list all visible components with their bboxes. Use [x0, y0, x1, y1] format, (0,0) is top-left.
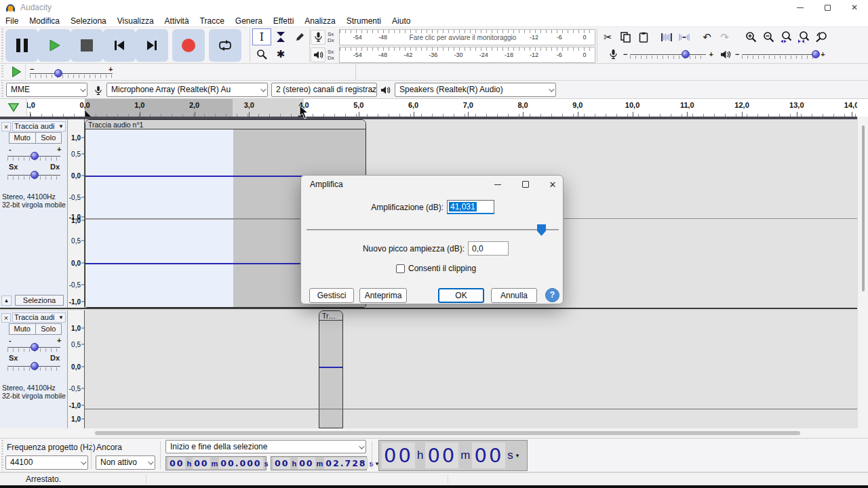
- time-digits[interactable]: 00: [193, 458, 210, 469]
- track-1-vertical-ruler[interactable]: 1,00,50,0-0,5-1,01,00,50,0-0,5-1,0: [68, 119, 85, 308]
- menu-analizza[interactable]: Analizza: [299, 16, 340, 26]
- draw-tool-button[interactable]: [290, 28, 309, 45]
- selection-start-time[interactable]: 00h00m00.000s▾: [165, 456, 267, 470]
- amplification-slider-thumb[interactable]: [537, 224, 546, 236]
- menu-attività[interactable]: Attività: [159, 16, 195, 26]
- silence-selection-button[interactable]: [675, 29, 692, 45]
- recording-volume-slider[interactable]: [630, 49, 706, 60]
- time-digits[interactable]: 00: [425, 443, 458, 468]
- dialog-close-button[interactable]: ✕: [542, 178, 563, 191]
- time-digits[interactable]: 00: [298, 458, 315, 469]
- trim-outside-selection-button[interactable]: [658, 29, 675, 45]
- envelope-tool-button[interactable]: [271, 28, 290, 45]
- selection-end-time[interactable]: 00h00m02.728s▾: [271, 456, 367, 470]
- track-2-waveform-area[interactable]: Tr…: [85, 310, 857, 428]
- play-button[interactable]: [38, 29, 71, 62]
- mute-button[interactable]: Muto: [9, 323, 36, 335]
- menu-strumenti[interactable]: Strumenti: [341, 16, 387, 26]
- amplification-input[interactable]: 41,031: [447, 200, 494, 214]
- collapse-track-button[interactable]: ▲: [1, 296, 12, 306]
- snap-select[interactable]: Non attivo: [96, 455, 155, 470]
- gain-thumb[interactable]: [31, 152, 39, 160]
- audio-position-display[interactable]: 00h00m00s▾: [378, 440, 528, 471]
- time-digits[interactable]: 00: [382, 443, 415, 468]
- allow-clipping-checkbox[interactable]: [396, 264, 405, 273]
- track-close-button[interactable]: ×: [1, 122, 11, 131]
- time-digits[interactable]: 00: [273, 458, 290, 469]
- time-format-arrow-icon[interactable]: ▾: [516, 452, 519, 459]
- zoom-tool-button[interactable]: [252, 45, 271, 62]
- multi-tool-button[interactable]: ✱: [271, 45, 290, 62]
- preview-button[interactable]: Anteprima: [359, 288, 407, 303]
- pan-thumb[interactable]: [31, 362, 39, 370]
- select-track-button[interactable]: Seleziona: [15, 295, 64, 306]
- gain-thumb[interactable]: [31, 343, 39, 351]
- recording-channels-select[interactable]: 2 (stereo) canali di registrazi: [271, 83, 377, 97]
- track-name-menu[interactable]: Traccia audi▼: [12, 312, 66, 323]
- menu-tracce[interactable]: Tracce: [195, 16, 230, 26]
- solo-button[interactable]: Solo: [36, 323, 62, 335]
- paste-button[interactable]: [635, 29, 652, 45]
- play-speed-slider[interactable]: [30, 68, 113, 79]
- play-meter-scale[interactable]: -54-48-42-36-30-24-18-12-60: [339, 47, 595, 63]
- help-button[interactable]: ?: [545, 288, 559, 302]
- horizontal-scrollbar[interactable]: [0, 428, 868, 438]
- vertical-scrollbar-thumb[interactable]: [862, 125, 865, 291]
- menu-modifica[interactable]: Modifica: [24, 16, 65, 26]
- dialog-title-bar[interactable]: Amplifica ✕: [301, 176, 563, 193]
- amplification-slider[interactable]: [307, 223, 559, 237]
- play-speed-thumb[interactable]: [54, 69, 62, 77]
- monitor-hint[interactable]: Fare clic per avviare il monitoraggio: [408, 34, 519, 41]
- time-digits[interactable]: 00: [168, 458, 185, 469]
- time-digits[interactable]: 00.000: [219, 458, 262, 469]
- cut-button[interactable]: ✂: [599, 29, 616, 45]
- menu-file[interactable]: File: [0, 16, 24, 26]
- time-digits[interactable]: 00: [472, 443, 505, 468]
- horizontal-scrollbar-thumb[interactable]: [95, 431, 800, 435]
- toolbar-grip[interactable]: [0, 82, 5, 97]
- zoom-out-button[interactable]: [760, 29, 777, 45]
- selection-tool-button[interactable]: I: [252, 28, 271, 45]
- cancel-button[interactable]: Annulla: [491, 288, 537, 303]
- ok-button[interactable]: OK: [438, 288, 484, 303]
- skip-to-start-button[interactable]: [103, 29, 136, 62]
- redo-button[interactable]: ↷: [716, 29, 733, 45]
- play-meter-speaker-button[interactable]: [311, 47, 326, 62]
- playback-device-select[interactable]: Speakers (Realtek(R) Audio): [395, 83, 556, 97]
- loop-button[interactable]: [209, 29, 241, 62]
- track-name-menu[interactable]: Traccia audi▼: [12, 121, 66, 131]
- dialog-minimize-button[interactable]: [488, 178, 508, 191]
- ruler-scale[interactable]: 1,00,01,02,03,04,05,06,07,08,09,010,011,…: [27, 99, 857, 117]
- dialog-maximize-button[interactable]: [515, 178, 536, 191]
- menu-seleziona[interactable]: Seleziona: [65, 16, 112, 26]
- selection-mode-select[interactable]: Inizio e fine della selezione: [165, 440, 366, 453]
- manage-button[interactable]: Gestisci: [309, 288, 354, 303]
- playback-volume-slider[interactable]: [742, 49, 818, 60]
- close-button[interactable]: ✕: [841, 0, 868, 15]
- menu-visualizza[interactable]: Visualizza: [112, 16, 159, 26]
- vertical-scrollbar[interactable]: [857, 117, 868, 428]
- gain-slider[interactable]: [7, 150, 60, 161]
- recording-device-select[interactable]: Microphone Array (Realtek(R) Au: [106, 83, 268, 97]
- toolbar-grip[interactable]: [0, 440, 5, 470]
- zoom-selection-button[interactable]: [778, 29, 795, 45]
- recording-meter[interactable]: SxDx Fare clic per avviare il monitoragg…: [311, 28, 595, 45]
- record-meter-mic-button[interactable]: [311, 30, 326, 45]
- zoom-in-button[interactable]: [743, 29, 760, 45]
- record-meter-scale[interactable]: Fare clic per avviare il monitoraggio -5…: [339, 29, 595, 45]
- maximize-button[interactable]: [814, 0, 841, 15]
- menu-aiuto[interactable]: Aiuto: [387, 16, 416, 26]
- pan-thumb[interactable]: [31, 171, 39, 179]
- playback-meter[interactable]: SxDx -54-48-42-36-30-24-18-12-60: [311, 46, 595, 63]
- time-digits[interactable]: 02.728: [324, 458, 368, 469]
- menu-effetti[interactable]: Effetti: [268, 16, 299, 26]
- copy-button[interactable]: [617, 29, 634, 45]
- skip-to-end-button[interactable]: [136, 29, 168, 62]
- audio-host-select[interactable]: MME: [6, 83, 87, 97]
- toolbar-grip[interactable]: [0, 28, 5, 62]
- clip-title[interactable]: Traccia audio n°1: [85, 120, 366, 129]
- toolbar-grip[interactable]: [0, 65, 5, 79]
- pause-button[interactable]: [5, 29, 38, 62]
- pan-slider[interactable]: [7, 361, 60, 371]
- solo-button[interactable]: Solo: [36, 132, 62, 144]
